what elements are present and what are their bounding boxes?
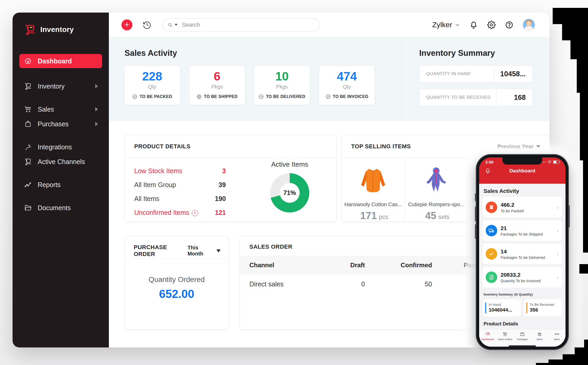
tab-more[interactable]: More	[548, 331, 565, 341]
to-be-invoiced-card[interactable]: 474 Qty TO BE INVOICED	[319, 65, 375, 105]
all-items-row[interactable]: All Items 190	[134, 192, 226, 206]
band-divider	[402, 37, 402, 121]
sidebar-item-integrations[interactable]: Integrations	[19, 140, 102, 154]
chevron-right-icon: ›	[557, 274, 558, 280]
user-avatar[interactable]	[523, 19, 535, 31]
shopping-bag-icon	[24, 120, 32, 128]
phone-to-be-delivered-card[interactable]: 14 Packages To be Delivered ›	[483, 243, 562, 264]
gear-icon[interactable]	[487, 21, 496, 29]
card-value: 466.2	[501, 202, 524, 208]
sidebar-item-sales[interactable]: Sales	[19, 102, 102, 116]
metric-value: 10	[275, 69, 289, 83]
search-bar	[162, 18, 320, 31]
folder-icon	[24, 204, 32, 212]
period-dropdown[interactable]: This Month	[188, 245, 221, 257]
pixel-stair-decoration	[583, 160, 588, 253]
cart-icon	[24, 105, 32, 113]
card-title: PRODUCT DETAILS	[134, 143, 191, 150]
line-chart-icon	[24, 181, 32, 189]
card-value: 14	[501, 248, 545, 255]
box-value: 1046044...	[489, 307, 512, 313]
box-icon	[520, 331, 525, 337]
to-be-packed-card[interactable]: 228 Qty TO BE PACKED	[124, 65, 180, 105]
cardigan-product-image	[356, 164, 390, 198]
phone-time: 2:59	[485, 160, 493, 164]
metric-value: 6	[214, 69, 221, 83]
metric-label: TO BE SHIPPED	[204, 94, 238, 99]
quick-create-button[interactable]: +	[121, 19, 132, 30]
cell-channel: Direct sales	[240, 280, 327, 288]
metric-label: TO BE PACKED	[139, 94, 172, 99]
shipment-circle-icon	[197, 94, 202, 99]
phone-to-be-packed-card[interactable]: 466.2 To be Packed ›	[483, 197, 562, 218]
sidebar-item-label: Inventory	[38, 83, 65, 90]
phone-inventory-summary-suffix: (In Quantity)	[514, 293, 533, 296]
handtruck-icon	[24, 82, 32, 90]
phone-to-be-invoiced-card[interactable]: 20833.2 Quantity To be Invoiced ›	[483, 267, 562, 288]
inventory-summary-title: Inventory Summary	[419, 48, 495, 58]
tab-dashboard[interactable]: Dashboard	[479, 331, 496, 341]
integrations-icon	[24, 143, 32, 151]
phone-to-be-shipped-card[interactable]: 21 Packages To be Shipped ›	[483, 220, 562, 241]
metric-unit: Qty	[343, 84, 351, 90]
bell-icon[interactable]	[469, 21, 478, 29]
product-qty: 171	[360, 210, 377, 221]
unconfirmed-items-row[interactable]: Unconfirmed Items! 121	[134, 206, 226, 220]
low-stock-items-row[interactable]: Low Stock Items 3	[134, 164, 226, 178]
pixel-stair-decoration	[562, 24, 588, 40]
cell-confirmed: 50	[373, 280, 440, 288]
sidebar-item-inventory[interactable]: Inventory	[19, 79, 102, 93]
metric-value: 228	[142, 69, 162, 83]
divider	[125, 158, 336, 158]
sidebar-item-documents[interactable]: Documents	[19, 201, 102, 215]
search-scope-caret-icon[interactable]	[175, 24, 178, 26]
home-indicator	[509, 345, 536, 347]
card-title: SALES ORDER	[249, 243, 292, 250]
to-be-shipped-card[interactable]: 6 Pkgs TO BE SHIPPED	[189, 65, 245, 105]
row-label: All Items	[134, 195, 159, 203]
metric-label: TO BE DELIVERED	[266, 94, 305, 99]
product-unit: sets	[438, 214, 449, 220]
sidebar-item-label: Active Channels	[38, 158, 85, 166]
chevron-right-icon	[95, 107, 98, 111]
phone-to-be-received-box[interactable]: To Be Received 356	[524, 299, 562, 317]
card-title: PURCHASE ORDER	[134, 244, 188, 258]
col-draft: Draft	[327, 262, 373, 269]
phone-mute-switch	[475, 193, 476, 201]
sidebar-item-purchases[interactable]: Purchases	[19, 117, 102, 131]
sidebar-item-dashboard[interactable]: Dashboard	[19, 54, 102, 68]
to-be-delivered-card[interactable]: 10 Pkgs TO BE DELIVERED	[254, 65, 310, 105]
sidebar-item-reports[interactable]: Reports	[19, 178, 102, 192]
sidebar-item-active-channels[interactable]: Active Channels	[19, 155, 102, 169]
phone-in-hand-box[interactable]: In Hand 1046044...	[483, 299, 521, 317]
org-switcher[interactable]: Zylker	[432, 21, 460, 29]
tab-items[interactable]: Items	[531, 331, 548, 341]
card-label: Packages To be Delivered	[501, 255, 545, 260]
accent-bar	[485, 302, 486, 313]
sidebar-item-label: Sales	[38, 106, 54, 113]
cell-draft: 0	[327, 280, 373, 288]
phone-inventory-summary-title: Inventory Summary	[484, 293, 513, 296]
help-icon[interactable]	[505, 21, 513, 29]
tab-packages[interactable]: Packages	[514, 331, 531, 341]
search-input[interactable]	[181, 21, 314, 29]
check-circle-icon	[132, 94, 137, 99]
bell-icon[interactable]	[485, 168, 491, 174]
info-icon[interactable]: !	[192, 210, 198, 216]
summary-value: 10458...	[494, 67, 533, 81]
app-logo: Inventory	[13, 13, 109, 36]
all-item-group-row[interactable]: All Item Group 39	[134, 178, 226, 192]
phone-notch	[502, 157, 542, 165]
top-item-1[interactable]: Hanswooly Cotton Cas... 171pcs	[342, 158, 405, 222]
top-item-2[interactable]: Cutiepie Rompers-spo... 45sets	[405, 158, 468, 222]
product-name: Hanswooly Cotton Cas...	[344, 201, 402, 208]
summary-label: QUANTITY TO BE RECEIVED	[419, 95, 496, 100]
row-label: Low Stock Items	[134, 167, 182, 175]
sidebar-item-label: Documents	[38, 204, 71, 212]
quantity-to-be-received-box: QUANTITY TO BE RECEIVED 168	[419, 89, 533, 106]
history-icon[interactable]	[142, 20, 152, 30]
more-icon	[554, 331, 559, 337]
handtruck-icon	[24, 158, 32, 166]
chevron-down-icon	[455, 22, 460, 28]
tab-sales-orders[interactable]: Sales Orders	[496, 331, 514, 341]
